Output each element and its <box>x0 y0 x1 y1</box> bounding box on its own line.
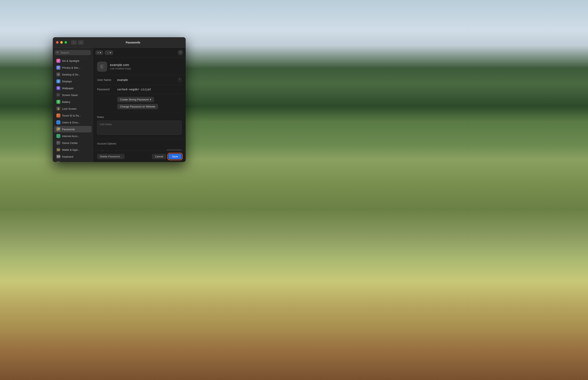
sidebar-item-label: Lock Screen <box>62 107 77 110</box>
displays-icon: 🖥 <box>56 79 60 83</box>
username-row: User Name example ? <box>97 75 182 85</box>
passwords-icon: 🔑 <box>56 127 60 131</box>
window-body: 🔍 ✦ Siri & Spotlight 🔒 Privacy & Sec... … <box>53 48 186 162</box>
gamecenter-icon: 🎮 <box>56 141 60 145</box>
sidebar-item-label: Wallet & Appl... <box>62 148 80 151</box>
password-row: Password xarke4-negdAr-zizjat <box>97 85 182 94</box>
nav-buttons: ‹ › <box>71 40 84 45</box>
sidebar-item-keyboard[interactable]: ⌨ Keyboard <box>54 153 92 160</box>
cancel-button[interactable]: Cancel <box>152 154 166 159</box>
passwords-window: ‹ › Passwords 🔍 ✦ Siri & Spotlight 🔒 Pri… <box>53 37 186 162</box>
sidebar-item-wallet[interactable]: 💳 Wallet & Appl... <box>54 147 92 153</box>
detail-panel: E example.com Last modified today User N… <box>93 57 186 151</box>
maximize-button[interactable] <box>64 41 67 44</box>
entry-header: E example.com Last modified today <box>93 57 186 75</box>
main-content: + ▾ ··· ▾ ⓘ E example.com Last modified … <box>93 48 186 162</box>
notes-section: Notes <box>93 112 186 139</box>
sidebar-item-displays[interactable]: 🖥 Displays <box>54 78 92 85</box>
traffic-lights <box>56 41 67 44</box>
verification-code-row: Verification Code Set Up... <box>97 148 182 151</box>
more-button[interactable]: ··· ▾ <box>105 50 113 55</box>
delete-password-button[interactable]: Delete Password... <box>97 154 125 159</box>
forward-button[interactable]: › <box>78 40 84 45</box>
siri-icon: ✦ <box>56 59 60 63</box>
sidebar-item-label: Desktop & Do... <box>62 73 80 76</box>
wallpaper-icon: 🖼 <box>56 86 60 90</box>
sidebar-item-trackpad[interactable]: ▭ Trackpad <box>54 160 92 162</box>
users-icon: 👥 <box>56 120 60 124</box>
sidebar-item-battery[interactable]: 🔋 Battery <box>54 99 92 105</box>
screensaver-icon: ◻ <box>56 93 60 97</box>
sidebar-item-label: Siri & Spotlight <box>62 59 79 62</box>
change-password-on-website-label: Change Password on Website <box>120 105 155 108</box>
sidebar-item-privacy-security[interactable]: 🔒 Privacy & Sec... <box>54 64 92 71</box>
save-button[interactable]: Save <box>168 154 182 159</box>
add-button[interactable]: + ▾ <box>96 50 103 55</box>
sidebar-item-label: Privacy & Sec... <box>62 66 80 69</box>
account-options-title: Account Options <box>97 142 182 145</box>
lockscreen-icon: 🔒 <box>56 107 60 111</box>
search-box[interactable]: 🔍 <box>55 50 91 55</box>
sidebar-item-label: Wallpaper <box>62 87 74 90</box>
sidebar-item-wallpaper[interactable]: 🖼 Wallpaper <box>54 85 92 91</box>
sidebar-item-label: Displays <box>62 80 72 83</box>
create-strong-password-label: Create Strong Password <box>120 98 149 101</box>
touchid-icon: ☞ <box>56 114 60 117</box>
internet-icon: 🌐 <box>56 134 60 138</box>
wallet-icon: 💳 <box>56 148 60 152</box>
sidebar-item-internet-accounts[interactable]: 🌐 Internet Acco... <box>54 133 92 139</box>
sidebar: 🔍 ✦ Siri & Spotlight 🔒 Privacy & Sec... … <box>53 48 93 162</box>
help-icon[interactable]: ? <box>177 78 182 82</box>
username-value: example <box>117 78 177 81</box>
sidebar-item-label: Game Center <box>62 141 78 145</box>
notes-label: Notes <box>97 115 182 118</box>
search-input[interactable] <box>61 51 89 54</box>
back-button[interactable]: ‹ <box>71 40 77 45</box>
keyboard-icon: ⌨ <box>56 154 60 159</box>
search-icon: 🔍 <box>56 51 59 54</box>
window-title: Passwords <box>84 41 182 44</box>
sidebar-item-label: Internet Acco... <box>62 135 79 138</box>
sidebar-item-label: Screen Saver <box>62 94 78 97</box>
trackpad-icon: ▭ <box>56 161 60 162</box>
sidebar-item-screensaver[interactable]: ◻ Screen Saver <box>54 92 92 98</box>
fields-section: User Name example ? Password xarke4-negd… <box>93 75 186 112</box>
sidebar-item-touchid[interactable]: ☞ Touch ID & Pa... <box>54 112 92 119</box>
notes-textarea[interactable] <box>97 121 182 135</box>
entry-icon: E <box>97 62 107 72</box>
entry-modified: Last modified today <box>110 67 131 70</box>
sidebar-item-label: Keyboard <box>62 155 73 158</box>
sidebar-item-siri-spotlight[interactable]: ✦ Siri & Spotlight <box>54 57 92 64</box>
entry-domain: example.com <box>110 63 131 67</box>
sidebar-item-desktop-dock[interactable]: ▤ Desktop & Do... <box>54 71 92 78</box>
create-strong-password-button[interactable]: Create Strong Password ▾ <box>117 97 154 102</box>
sidebar-item-lock-screen[interactable]: 🔒 Lock Screen <box>54 105 92 112</box>
battery-icon: 🔋 <box>56 100 60 104</box>
privacy-icon: 🔒 <box>56 66 60 70</box>
sidebar-item-label: Users & Grou... <box>62 121 80 124</box>
titlebar: ‹ › Passwords <box>53 37 186 48</box>
content-header: + ▾ ··· ▾ ⓘ <box>93 48 186 57</box>
close-button[interactable] <box>56 41 59 44</box>
entry-info: example.com Last modified today <box>110 63 131 70</box>
password-value: xarke4-negdAr-zizjat <box>117 88 182 91</box>
setup-button[interactable]: Set Up... <box>167 149 182 151</box>
sidebar-item-game-center[interactable]: 🎮 Game Center <box>54 140 92 146</box>
create-strong-password-dropdown-icon: ▾ <box>150 98 151 101</box>
desktop-icon: ▤ <box>56 73 60 76</box>
username-label: User Name <box>97 78 117 81</box>
sidebar-item-label: Touch ID & Pa... <box>62 114 81 117</box>
info-button[interactable]: ⓘ <box>177 50 183 55</box>
password-label: Password <box>97 88 117 91</box>
sidebar-item-label: Passwords <box>62 128 75 131</box>
change-password-on-website-button[interactable]: Change Password on Website <box>117 104 158 109</box>
bottom-actions: Delete Password... Cancel Save <box>93 151 186 162</box>
minimize-button[interactable] <box>60 41 63 44</box>
sidebar-item-label: Battery <box>62 100 70 103</box>
password-actions: Create Strong Password ▾ Change Password… <box>97 94 182 112</box>
sidebar-item-users-groups[interactable]: 👥 Users & Grou... <box>54 119 92 126</box>
account-options-section: Account Options Verification Code Set Up… <box>93 139 186 151</box>
sidebar-item-passwords[interactable]: 🔑 Passwords <box>54 126 92 133</box>
